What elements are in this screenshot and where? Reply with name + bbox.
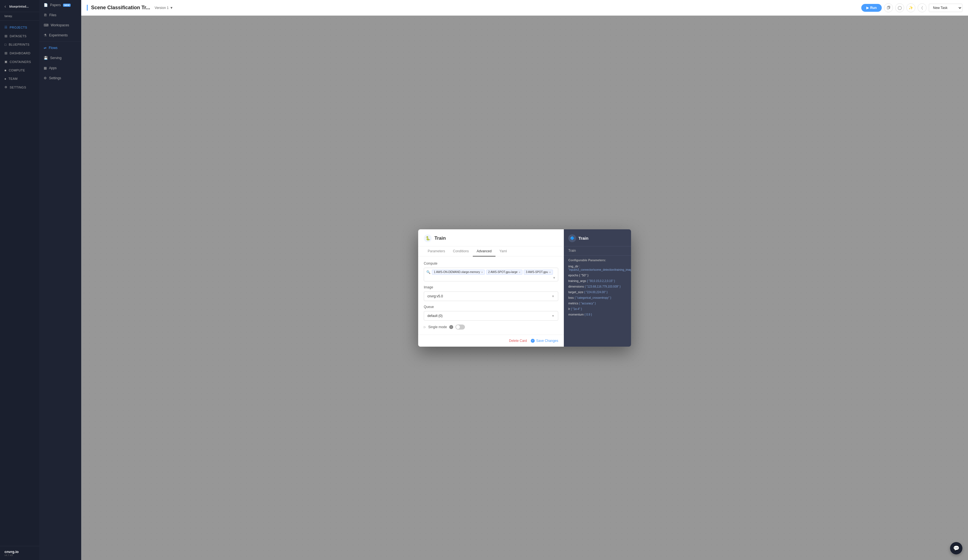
tab-conditions[interactable]: Conditions	[449, 247, 473, 257]
wand-icon: ✨	[908, 6, 913, 10]
compute-tag-2[interactable]: 2 AWS-SPOT.gpu-large ×	[486, 270, 522, 275]
param-training-args: training_args { "30,0.15,0.2,2,0.15" }	[564, 278, 631, 283]
server-icon: 💾	[44, 56, 48, 60]
sidebar-item-label: BLUEPRINTS	[9, 43, 30, 46]
compute-tag-3[interactable]: 3 AWS-SPOT.gpu ×	[524, 270, 553, 275]
sidebar: ‹ blueprintsd... tanay. ☷ PROJECTS ▤ DAT…	[0, 0, 39, 560]
secondary-label: Serving	[50, 56, 61, 60]
queue-label: Queue	[424, 305, 558, 309]
version-label: Version 1	[154, 6, 169, 10]
secondary-label: Flows	[49, 46, 57, 50]
delete-card-button[interactable]: Delete Card	[509, 339, 527, 343]
secondary-sidebar-item-workspaces[interactable]: ⌨ Workspaces	[39, 20, 81, 30]
chat-button[interactable]: 💬	[950, 542, 962, 554]
clock-icon: ◯	[898, 6, 902, 10]
code-icon: 〈	[922, 6, 923, 10]
compute-tag-1[interactable]: 1 AWS-ON-DEMAND.xlarge-memory ×	[432, 270, 485, 275]
new-badge: NEW	[63, 3, 71, 7]
secondary-sidebar: 📄 Papers NEW 🖹 Files ⌨ Workspaces ⚗ Expe…	[39, 0, 81, 560]
tab-label: Conditions	[453, 249, 469, 253]
modal-header: 🐍 Train	[418, 229, 564, 247]
run-button[interactable]: ▶ Run	[861, 4, 882, 12]
gear-icon: ⚙	[5, 85, 8, 89]
param-metrics: metrics { "accuracy" }	[564, 300, 631, 306]
modal-right-panel: 🔷 Train Train Configurable Parameters: i…	[564, 229, 631, 347]
settings-button[interactable]: ✨	[907, 3, 915, 12]
version-selector[interactable]: Version 1 ▼	[154, 6, 173, 10]
topbar-actions: ▶ Run 🗍 ◯ ✨ 〈 New Task	[861, 3, 962, 12]
tab-parameters[interactable]: Parameters	[424, 247, 449, 257]
single-mode-row: ▷ Single mode i	[424, 325, 558, 330]
file-icon: 📄	[44, 3, 48, 7]
task-select[interactable]: New Task	[929, 3, 962, 12]
cpu-icon: ■	[5, 69, 7, 72]
sidebar-item-team[interactable]: ♠ TEAM	[0, 75, 39, 83]
param-name: target_size { "224.00,224.00" }	[568, 290, 627, 294]
right-panel-title: Train	[578, 236, 588, 240]
chevron-down-icon: ▼	[552, 295, 555, 298]
clock-button[interactable]: ◯	[895, 3, 904, 12]
param-momentum: momentum { 0.9 }	[564, 311, 631, 317]
secondary-label: Settings	[49, 76, 61, 80]
sidebar-item-settings[interactable]: ⚙ SETTINGS	[0, 83, 39, 91]
code-button[interactable]: 〈	[918, 3, 927, 12]
tab-label: Parameters	[428, 249, 445, 253]
sidebar-item-blueprints[interactable]: □ BLUEPRINTS	[0, 40, 39, 49]
save-changes-button[interactable]: ✓ Save Changes	[531, 339, 558, 343]
single-mode-toggle[interactable]	[456, 325, 465, 330]
secondary-sidebar-item-files[interactable]: 🖹 Files	[39, 10, 81, 20]
sidebar-item-compute[interactable]: ■ COMPUTE	[0, 66, 39, 75]
remove-tag-icon[interactable]: ×	[549, 270, 551, 274]
search-icon: 🔍	[426, 270, 431, 274]
right-panel-section-title: Configurable Parameters:	[564, 256, 631, 263]
modal-tabs: Parameters Conditions Advanced Yaml	[418, 247, 564, 257]
sidebar-item-label: DASHBOARD	[10, 51, 30, 55]
tab-yaml[interactable]: Yaml	[496, 247, 511, 257]
single-mode-label: Single mode	[428, 325, 447, 329]
queue-value: default (0)	[428, 314, 443, 318]
sidebar-item-dashboard[interactable]: ▤ DASHBOARD	[0, 49, 39, 57]
sidebar-item-label: DATASETS	[10, 35, 27, 38]
param-epochs: epochs { "50" }	[564, 272, 631, 278]
sidebar-item-label: SETTINGS	[10, 86, 27, 89]
page-title: Scene Classification Tr...	[87, 5, 150, 11]
sidebar-logo: ‹ blueprintsd...	[0, 0, 39, 12]
tab-label: Advanced	[477, 249, 492, 253]
info-icon[interactable]: i	[449, 325, 453, 329]
topbar: Scene Classification Tr... Version 1 ▼ ▶…	[81, 0, 968, 16]
secondary-sidebar-item-settings2[interactable]: ⚙ Settings	[39, 73, 81, 83]
secondary-label: Files	[49, 13, 56, 17]
chevron-down-icon: ▼	[553, 276, 556, 280]
play-icon: ▶	[866, 6, 869, 10]
sidebar-item-containers[interactable]: ▣ CONTAINERS	[0, 57, 39, 66]
remove-tag-icon[interactable]: ×	[481, 270, 483, 274]
sidebar-item-datasets[interactable]: ▤ DATASETS	[0, 31, 39, 40]
secondary-sidebar-item-serving[interactable]: 💾 Serving	[39, 53, 81, 63]
tag-label: 2 AWS-SPOT.gpu-large	[488, 270, 518, 273]
secondary-sidebar-item-apps[interactable]: ▦ Apps	[39, 63, 81, 73]
save-icon: ✓	[531, 339, 535, 343]
secondary-label: Papers	[50, 3, 61, 7]
back-arrow[interactable]: ‹	[5, 4, 6, 9]
modal-title: Train	[434, 235, 446, 241]
copy-button[interactable]: 🗍	[884, 3, 893, 12]
param-name: loss { "categorical_crossentropy" }	[568, 296, 627, 299]
remove-tag-icon[interactable]: ×	[519, 270, 520, 274]
secondary-sidebar-item-papers[interactable]: 📄 Papers NEW	[39, 0, 81, 10]
sidebar-item-label: PROJECTS	[10, 26, 27, 29]
image-label: Image	[424, 285, 558, 289]
compute-input[interactable]: 🔍 1 AWS-ON-DEMAND.xlarge-memory × 2 AWS-…	[424, 268, 558, 282]
chat-icon: 💬	[953, 545, 959, 551]
sidebar-item-projects[interactable]: ☷ PROJECTS	[0, 23, 39, 31]
tab-advanced[interactable]: Advanced	[473, 247, 496, 257]
save-label: Save Changes	[536, 339, 558, 343]
image-select[interactable]: cnvrg:v5.0 ▼	[424, 292, 558, 301]
right-panel-icon: 🔷	[568, 234, 576, 242]
queue-select[interactable]: default (0) ▼	[424, 311, 558, 321]
sidebar-item-label: TEAM	[8, 77, 18, 80]
tag-label: 3 AWS-SPOT.gpu	[526, 270, 548, 273]
tag-label: 1 AWS-ON-DEMAND.xlarge-memory	[434, 270, 480, 273]
secondary-sidebar-item-flows[interactable]: ⇌ Flows	[39, 43, 81, 53]
secondary-sidebar-item-experiments[interactable]: ⚗ Experiments	[39, 30, 81, 40]
file2-icon: 🖹	[44, 13, 47, 17]
